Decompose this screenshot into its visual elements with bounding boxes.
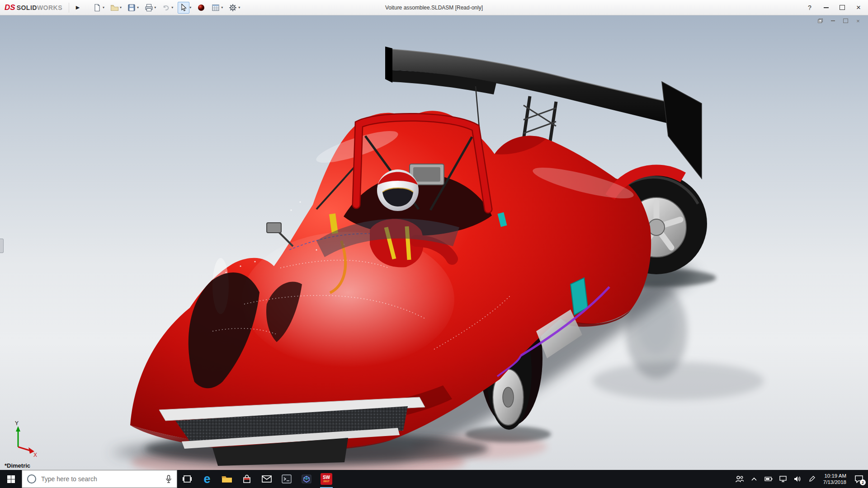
appearances-button[interactable] <box>196 2 207 13</box>
app-titlebar: DS SOLID WORKS ▶ ▾ ▾ <box>0 0 868 15</box>
windows-logo-icon <box>7 475 15 483</box>
feature-panel-splitter[interactable] <box>0 239 4 253</box>
clock-date: 7/13/2018 <box>823 479 846 485</box>
microphone-icon[interactable] <box>165 475 172 483</box>
clock-time: 10:19 AM <box>823 473 846 479</box>
printer-icon <box>145 4 153 12</box>
battery-button[interactable] <box>763 470 774 488</box>
triad-y-label: Y <box>15 420 19 427</box>
graphics-viewport[interactable]: × <box>0 15 868 470</box>
print-button[interactable] <box>143 2 154 13</box>
select-tool-button[interactable] <box>178 2 189 14</box>
child-window-controls: × <box>816 17 862 24</box>
taskbar-search[interactable] <box>22 470 177 488</box>
people-icon <box>735 475 744 483</box>
new-document-icon <box>93 4 101 12</box>
antenna <box>476 86 479 128</box>
child-maximize-button[interactable] <box>842 17 849 24</box>
appearance-sphere-icon <box>197 4 205 12</box>
left-mirror <box>278 231 293 246</box>
task-view-icon <box>183 474 192 483</box>
volume-icon <box>794 476 801 482</box>
child-close-button[interactable]: × <box>854 17 862 24</box>
edge-button[interactable]: e <box>197 470 217 488</box>
notification-badge: 2 <box>860 479 866 485</box>
close-icon: × <box>856 3 861 12</box>
undo-arrow-icon <box>162 4 170 12</box>
command-prompt-icon <box>282 474 292 483</box>
triad-x-label: X <box>33 452 37 458</box>
3d-model-scene[interactable]: Y X <box>0 15 868 470</box>
new-dropdown-caret[interactable]: ▾ <box>103 5 104 9</box>
mail-button[interactable] <box>257 470 277 488</box>
save-floppy-icon <box>127 4 136 12</box>
undo-button[interactable] <box>160 2 171 13</box>
chevron-up-icon <box>751 477 757 481</box>
solidworks-app-icon: SW 2017 <box>321 473 332 485</box>
windows-taskbar: e SW 2 <box>0 470 868 488</box>
select-dropdown-caret[interactable]: ▾ <box>189 5 191 9</box>
file-explorer-icon <box>222 474 232 483</box>
flyout-arrow-icon: ▶ <box>76 5 80 10</box>
orientation-triad: Y X <box>15 420 37 458</box>
edrawings-icon <box>302 474 311 483</box>
cortana-icon[interactable] <box>27 474 36 483</box>
print-dropdown-caret[interactable]: ▾ <box>154 5 156 9</box>
battery-icon <box>764 477 773 481</box>
child-close-icon: × <box>856 18 860 24</box>
mail-icon <box>262 475 272 483</box>
task-view-button[interactable] <box>177 470 197 488</box>
options-button[interactable] <box>227 2 238 13</box>
pen-button[interactable] <box>806 470 818 488</box>
store-bag-icon <box>242 474 251 483</box>
save-dropdown-caret[interactable]: ▾ <box>137 5 139 9</box>
people-button[interactable] <box>734 470 745 488</box>
options-gear-icon <box>229 4 237 12</box>
design-table-button[interactable] <box>210 2 221 13</box>
volume-button[interactable] <box>792 470 803 488</box>
action-center-button[interactable]: 2 <box>850 470 868 488</box>
ds-logo-icon: DS <box>5 3 15 12</box>
network-button[interactable] <box>777 470 789 488</box>
search-input[interactable] <box>40 475 165 483</box>
minimize-button[interactable] <box>819 2 833 13</box>
close-button[interactable]: × <box>852 2 865 13</box>
file-explorer-button[interactable] <box>217 470 237 488</box>
view-orientation-label: *Dimetric <box>5 462 30 469</box>
child-minimize-icon <box>831 20 835 21</box>
pen-icon <box>809 476 815 482</box>
edrawings-button[interactable] <box>297 470 316 488</box>
save-button[interactable] <box>126 2 137 13</box>
network-icon <box>779 476 787 482</box>
menu-flyout-button[interactable]: ▶ <box>69 3 82 13</box>
options-dropdown-caret[interactable]: ▾ <box>238 5 240 9</box>
maximize-button[interactable] <box>835 2 849 13</box>
open-dropdown-caret[interactable]: ▾ <box>120 5 122 9</box>
undo-dropdown-caret[interactable]: ▾ <box>171 5 173 9</box>
edge-icon: e <box>203 473 210 485</box>
open-button[interactable] <box>109 2 120 13</box>
open-folder-icon <box>110 4 119 12</box>
quick-access-toolbar: ▾ ▾ ▾ <box>92 2 244 14</box>
taskbar-clock[interactable]: 10:19 AM 7/13/2018 <box>823 473 846 485</box>
select-cursor-icon <box>180 4 187 12</box>
solidworks-taskbar-button[interactable]: SW 2017 <box>316 470 336 488</box>
maximize-icon <box>840 5 845 10</box>
store-button[interactable] <box>237 470 257 488</box>
start-button[interactable] <box>0 470 22 488</box>
child-window-icon[interactable] <box>816 17 824 24</box>
system-tray <box>734 470 818 488</box>
new-document-button[interactable] <box>92 2 103 13</box>
child-minimize-button[interactable] <box>829 17 836 24</box>
child-maximize-icon <box>843 19 848 23</box>
minimize-icon <box>824 7 829 8</box>
command-prompt-button[interactable] <box>277 470 297 488</box>
window-controls: ? × <box>803 0 865 15</box>
solidworks-logo: DS SOLID WORKS <box>5 3 62 12</box>
design-table-dropdown-caret[interactable]: ▾ <box>221 5 223 9</box>
hidden-icons-button[interactable] <box>748 470 760 488</box>
design-table-icon <box>212 4 220 12</box>
help-button[interactable]: ? <box>803 2 816 13</box>
